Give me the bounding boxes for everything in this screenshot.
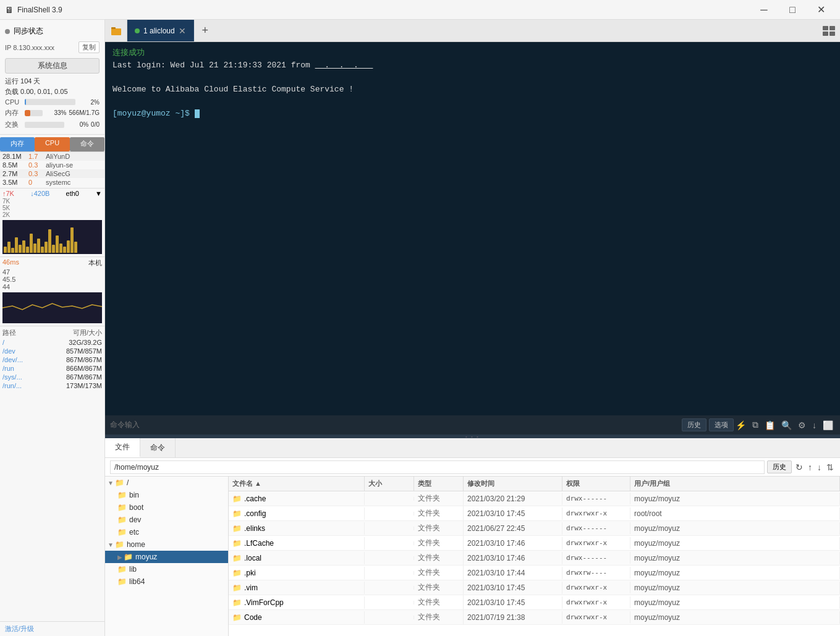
net-bar	[67, 240, 70, 253]
ip-row: IP 8.130.xxx.xxx 复制	[5, 41, 100, 53]
disk-path-dev: /dev	[2, 347, 33, 355]
tab-label: 1 alicloud	[143, 27, 175, 35]
disk-path-sys: /sys/...	[2, 373, 33, 381]
close-button[interactable]: ✕	[807, 0, 835, 20]
col-size[interactable]: 大小	[365, 477, 414, 491]
tree-label-bin: bin	[129, 491, 139, 499]
file-row-lfcache[interactable]: 📁 .LfCache 文件夹 2021/03/10 17:46 drwxrwxr…	[229, 536, 840, 551]
folder-button[interactable]	[105, 20, 127, 41]
tree-item-boot[interactable]: 📁 boot	[105, 501, 228, 514]
options-button[interactable]: 选项	[709, 418, 734, 431]
cpu-bar-wrap	[25, 99, 75, 105]
tab-files[interactable]: 文件	[105, 438, 140, 457]
command-icons: ⚡ ⧉ 📋 🔍 ⚙ ↓ ⬜	[734, 420, 835, 430]
tree-item-root[interactable]: ▼ 📁 /	[105, 477, 228, 489]
file-row-vim[interactable]: 📁 .vim 文件夹 2021/03/10 17:45 drwxrwxr-x m…	[229, 580, 840, 595]
tab-alicloud[interactable]: 1 alicloud ✕	[127, 20, 194, 41]
file-perms-pki: drwxrw----	[562, 567, 630, 579]
disk-row-dev: /dev 857M/857M	[2, 347, 102, 355]
copy-icon[interactable]: ⧉	[750, 420, 760, 430]
proc-name-2: aliyun-se	[46, 161, 102, 169]
activate-row[interactable]: 激活/升级	[0, 621, 104, 636]
file-row-code[interactable]: 📁 Code 文件夹 2021/07/19 21:38 drwxrwxr-x m…	[229, 610, 840, 625]
tree-item-home[interactable]: ▼ 📁 home	[105, 538, 228, 551]
sync-file-icon[interactable]: ⇅	[825, 461, 835, 473]
terminal-line-blank2	[112, 95, 833, 108]
file-name-pki: 📁 .pki	[229, 567, 365, 579]
proc-cpu-1: 1.7	[28, 153, 46, 160]
file-type-pki: 文件夹	[414, 566, 464, 580]
folder-icon-boot: 📁	[117, 503, 127, 512]
disk-row-run: /run 866M/867M	[2, 364, 102, 373]
file-perms-code: drwxrwxr-x	[562, 611, 630, 623]
col-date[interactable]: 修改时间	[464, 477, 562, 491]
clipboard-icon[interactable]: 📋	[763, 420, 777, 430]
tab-command[interactable]: 命令	[70, 137, 104, 151]
file-row-elinks[interactable]: 📁 .elinks 文件夹 2021/06/27 22:45 drwx-----…	[229, 521, 840, 536]
tab-close-button[interactable]: ✕	[179, 26, 186, 36]
file-size-pki	[365, 571, 414, 575]
download-icon[interactable]: ↓	[810, 420, 818, 430]
tree-item-moyuz[interactable]: ▶ 📁 moyuz	[105, 551, 228, 563]
sidebar-top: 同步状态 IP 8.130.xxx.xxx 复制 系统信息 运行 104 天 负…	[0, 20, 104, 135]
lightning-icon[interactable]: ⚡	[734, 420, 748, 430]
col-filename[interactable]: 文件名 ▲	[229, 477, 365, 491]
maximize-button[interactable]: □	[778, 0, 807, 20]
file-row-config[interactable]: 📁 .config 文件夹 2021/03/10 17:45 drwxrwxr-…	[229, 506, 840, 521]
file-type-config: 文件夹	[414, 506, 464, 520]
file-owner-local: moyuz/moyuz	[630, 552, 840, 564]
fullscreen-icon[interactable]: ⬜	[821, 420, 835, 430]
col-perms[interactable]: 权限	[562, 477, 630, 491]
command-input[interactable]	[110, 421, 679, 430]
col-type[interactable]: 类型	[414, 477, 464, 491]
download-file-icon[interactable]: ↓	[816, 461, 823, 473]
terminal[interactable]: 连接成功 Last login: Wed Jul 21 21:19:33 202…	[105, 42, 840, 415]
tree-item-etc[interactable]: 📁 etc	[105, 526, 228, 538]
disk-val-dev2: 867M/867M	[33, 356, 102, 363]
file-name-config: 📁 .config	[229, 507, 365, 520]
file-row-pki[interactable]: 📁 .pki 文件夹 2021/03/10 17:44 drwxrw---- m…	[229, 566, 840, 580]
disk-row-root: / 32G/39.2G	[2, 338, 102, 347]
file-name-lfcache: 📁 .LfCache	[229, 537, 365, 549]
tree-item-dev[interactable]: 📁 dev	[105, 514, 228, 526]
net-expand-icon[interactable]: ▼	[95, 190, 102, 197]
file-perms-lfcache: drwxrwxr-x	[562, 537, 630, 549]
col-owner[interactable]: 用户/用户组	[630, 477, 840, 491]
history-button[interactable]: 历史	[682, 418, 706, 431]
run-time-row: 运行 104 天	[5, 76, 100, 87]
network-section: ↑7K ↓420B eth0 ▼ 7K5K2K	[0, 188, 104, 257]
minimize-button[interactable]: ─	[750, 0, 778, 20]
net-bar	[63, 247, 66, 253]
disk-path-root: /	[2, 339, 33, 346]
tree-item-lib64[interactable]: 📁 lib64	[105, 575, 228, 588]
memory-bar	[25, 110, 30, 116]
tab-cpu[interactable]: CPU	[35, 137, 69, 151]
file-name-code: 📁 Code	[229, 611, 365, 624]
ip-text: IP 8.130.xxx.xxx	[5, 44, 54, 51]
swap-label: 交换	[5, 120, 22, 129]
proc-name-1: AliYunD	[46, 153, 102, 160]
tab-commands[interactable]: 命令	[140, 438, 176, 457]
path-history-button[interactable]: 历史	[767, 460, 792, 473]
copy-ip-button[interactable]: 复制	[78, 41, 100, 53]
sync-label: 同步状态	[14, 26, 43, 36]
upload-icon[interactable]: ↑	[807, 461, 813, 473]
folder-icon-lib: 📁	[117, 565, 127, 574]
tree-item-bin[interactable]: 📁 bin	[105, 489, 228, 501]
settings-icon[interactable]: ⚙	[796, 420, 808, 430]
net-values: 7K5K2K	[2, 197, 102, 219]
layout-button[interactable]	[818, 20, 840, 41]
file-path-input[interactable]	[110, 460, 765, 474]
tree-item-lib[interactable]: 📁 lib	[105, 563, 228, 575]
sysinfo-button[interactable]: 系统信息	[5, 58, 100, 74]
disk-val-run2: 173M/173M	[33, 382, 102, 389]
file-row-local[interactable]: 📁 .local 文件夹 2021/03/10 17:46 drwx------…	[229, 551, 840, 566]
file-row-vimforcpp[interactable]: 📁 .VimForCpp 文件夹 2021/03/10 17:45 drwxrw…	[229, 595, 840, 610]
add-tab-button[interactable]: +	[194, 20, 216, 41]
refresh-icon[interactable]: ↻	[794, 461, 804, 473]
file-row-cache[interactable]: 📁 .cache 文件夹 2021/03/20 21:29 drwx------…	[229, 491, 840, 506]
tab-memory[interactable]: 内存	[0, 137, 35, 151]
search-icon[interactable]: 🔍	[779, 420, 794, 430]
folder-icon: 📁	[232, 583, 242, 592]
app-body: 同步状态 IP 8.130.xxx.xxx 复制 系统信息 运行 104 天 负…	[0, 20, 840, 636]
